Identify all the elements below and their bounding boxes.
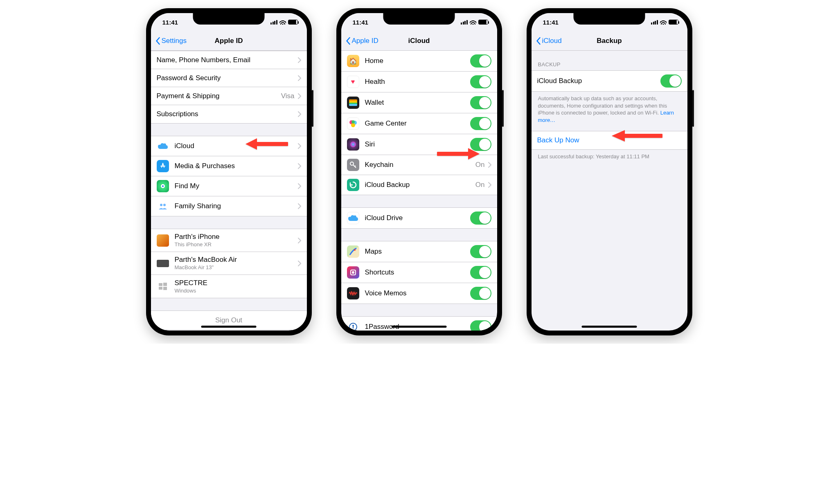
row-subscriptions[interactable]: Subscriptions [151,105,307,123]
toggle[interactable] [470,75,491,88]
row-find-my[interactable]: Find My [151,176,307,196]
svg-rect-2 [159,283,162,286]
toggle[interactable] [470,96,491,109]
chevron-right-icon [298,142,301,151]
chevron-right-icon [298,74,301,83]
cellular-icon [651,20,658,25]
row-label: Name, Phone Numbers, Email [157,56,298,64]
toggle[interactable] [470,138,491,151]
row-label: Back Up Now [537,136,682,144]
wifi-icon [660,20,667,25]
row-siri[interactable]: Siri [341,134,497,155]
row-icloud-drive[interactable]: iCloud Drive [341,208,497,228]
back-label: Settings [162,37,187,45]
row-voice-memos[interactable]: Voice Memos [341,283,497,304]
toggle[interactable] [470,245,491,258]
toggle[interactable] [470,212,491,225]
svg-rect-9 [349,104,357,106]
back-label: Apple ID [352,37,378,45]
battery-icon [288,20,298,25]
toggle[interactable] [470,54,491,68]
row-1password[interactable]: 1Password [341,317,497,331]
signout-note: Sign-out is not available due to restric… [151,330,307,331]
row-label: Media & Purchases [175,162,298,170]
nav-bar: Apple ID iCloud [341,31,497,51]
family-icon [157,200,169,212]
row-label: Maps [365,248,470,256]
icloud-drive-icon [347,212,359,224]
maps-icon [347,245,359,258]
chevron-right-icon [298,236,301,245]
home-icon: 🏠 [347,55,359,67]
row-keychain[interactable]: Keychain On [341,155,497,175]
back-up-now-button[interactable]: Back Up Now [532,131,687,149]
row-icloud-backup[interactable]: iCloud Backup On [341,175,497,195]
row-icloud[interactable]: iCloud [151,136,307,156]
chevron-left-icon [155,37,160,45]
home-indicator[interactable] [392,326,447,328]
svg-point-13 [351,120,355,124]
row-name-phone-email[interactable]: Name, Phone Numbers, Email [151,51,307,69]
status-time: 11:41 [353,19,368,26]
svg-rect-20 [353,326,354,328]
device-iphone[interactable]: Parth's iPhone This iPhone XR [151,229,307,252]
row-icloud-backup-toggle[interactable]: iCloud Backup [532,71,687,91]
toggle[interactable] [660,74,682,88]
keychain-icon [347,159,359,171]
status-time: 11:41 [162,19,178,26]
row-health[interactable]: ♥ Health [341,72,497,92]
device-sub: This iPhone XR [175,241,220,248]
row-media-purchases[interactable]: Media & Purchases [151,156,307,176]
back-label: iCloud [542,37,562,45]
toggle[interactable] [470,117,491,130]
device-name: SPECTRE [175,279,207,287]
cellular-icon [461,20,468,25]
toggle[interactable] [470,287,491,300]
appstore-icon [157,160,169,172]
iphone-icon [157,234,169,247]
cellular-icon [270,20,277,25]
toggle[interactable] [470,266,491,279]
svg-rect-5 [163,287,167,290]
row-password-security[interactable]: Password & Security [151,69,307,87]
row-wallet[interactable]: Wallet [341,92,497,113]
phone-apple-id: 11:41 Settings Apple ID Name, Phone Numb… [146,8,312,335]
wallet-icon [347,97,359,109]
device-sub: MacBook Air 13" [175,264,237,271]
back-button[interactable]: iCloud [532,37,562,45]
toggle[interactable] [470,320,491,331]
chevron-right-icon [488,160,491,169]
status-indicators [270,20,298,25]
battery-icon [669,20,678,25]
voicememos-icon [347,287,359,299]
content-scroll[interactable]: BACKUP iCloud Backup Automatically back … [532,51,687,331]
gamecenter-icon [347,117,359,130]
svg-point-12 [351,123,355,127]
svg-point-0 [160,204,162,206]
device-macbook[interactable]: Parth's MacBook Air MacBook Air 13" [151,252,307,275]
device-windows[interactable]: SPECTRE Windows [151,275,307,298]
row-family-sharing[interactable]: Family Sharing [151,196,307,216]
windows-icon [157,280,169,292]
backup-section-header: BACKUP [532,51,687,70]
back-button[interactable]: Settings [151,37,187,45]
row-shortcuts[interactable]: Shortcuts [341,262,497,283]
wifi-icon [279,20,286,25]
svg-point-14 [350,162,354,165]
row-maps[interactable]: Maps [341,241,497,262]
row-label: Find My [175,182,298,190]
home-indicator[interactable] [201,326,257,328]
row-payment-shipping[interactable]: Payment & Shipping Visa [151,87,307,105]
chevron-right-icon [298,162,301,171]
home-indicator[interactable] [582,326,637,328]
chevron-right-icon [298,56,301,65]
content-scroll[interactable]: 🏠 Home ♥ Health Wallet [341,51,497,331]
nav-bar: Settings Apple ID [151,31,307,51]
content-scroll[interactable]: Name, Phone Numbers, Email Password & Se… [151,51,307,331]
row-game-center[interactable]: Game Center [341,113,497,134]
svg-point-15 [354,249,356,251]
back-button[interactable]: Apple ID [341,37,378,45]
row-home[interactable]: 🏠 Home [341,51,497,72]
row-label: Voice Memos [365,289,470,297]
siri-icon [347,138,359,151]
